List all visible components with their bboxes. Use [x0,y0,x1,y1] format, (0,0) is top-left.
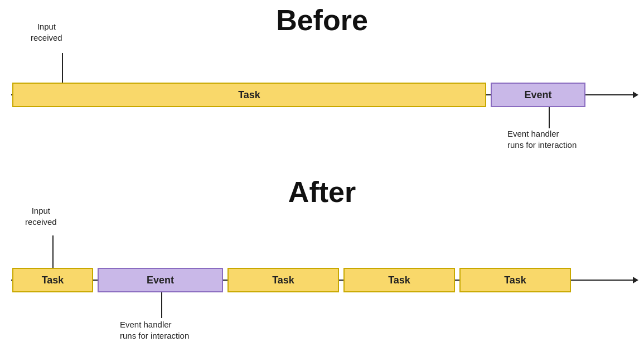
after-task-box-2: Task [227,268,339,292]
before-event-annotation: Event handler runs for interaction [507,128,577,150]
before-section: Before Input received Task Event [0,0,644,173]
before-input-label: Input received [31,21,62,43]
diagram-container: Before Input received Task Event [0,0,644,361]
after-section: After Input received Task Event [0,173,644,361]
after-event-box: Event [98,268,223,292]
after-task-box-3: Task [343,268,455,292]
after-event-annotation: Event handler runs for interaction [120,319,189,341]
after-input-label: Input received [25,205,57,227]
after-task-box-4: Task [459,268,571,292]
svg-marker-7 [633,277,638,283]
after-task-box-1: Task [12,268,93,292]
after-svg [0,173,644,361]
before-event-box: Event [491,83,585,107]
svg-marker-1 [633,92,638,98]
before-task-box: Task [12,83,486,107]
